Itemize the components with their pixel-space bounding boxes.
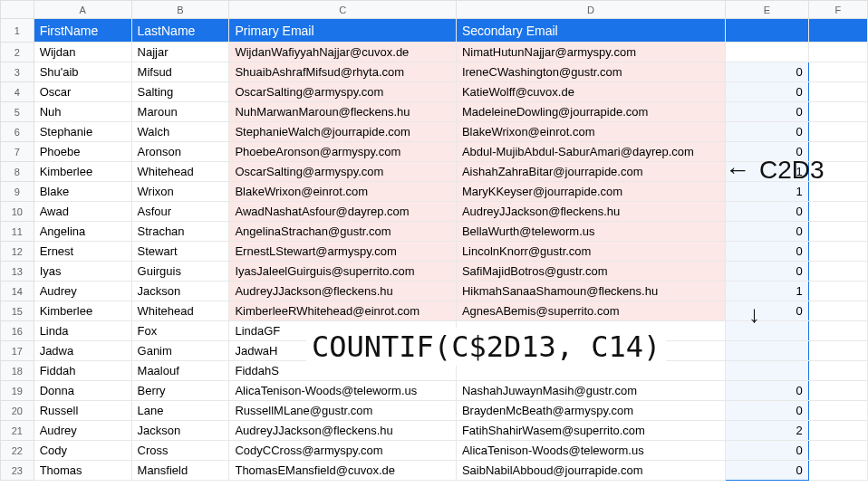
cell-E12[interactable]: 0 (726, 242, 809, 262)
cell-B8[interactable]: Whitehead (131, 162, 229, 182)
cell-E14[interactable]: 1 (726, 282, 809, 301)
cell-C22[interactable]: CodyCCross@armyspy.com (229, 441, 456, 461)
cell-C17[interactable]: JadwaH (229, 341, 456, 361)
cell-B16[interactable]: Fox (131, 321, 229, 341)
cell-B6[interactable]: Walch (131, 122, 229, 142)
cell-E22[interactable]: 0 (726, 441, 809, 461)
cell-D20[interactable]: BraydenMcBeath@armyspy.com (456, 401, 725, 421)
cell-F5[interactable] (808, 102, 867, 122)
cell-E10[interactable]: 0 (726, 202, 809, 222)
cell-C16[interactable]: LindaGF (229, 321, 456, 341)
cell-E6[interactable]: 0 (726, 122, 809, 142)
row-header-19[interactable]: 19 (1, 381, 34, 401)
cell-F16[interactable] (808, 321, 867, 341)
cell-D5[interactable]: MadeleineDowling@jourrapide.com (456, 102, 725, 122)
cell-D11[interactable]: BellaWurth@teleworm.us (456, 222, 725, 242)
col-header-E[interactable]: E (726, 1, 809, 19)
cell-C21[interactable]: AudreyJJackson@fleckens.hu (229, 421, 456, 441)
cell-C15[interactable]: KimberleeRWhitehead@einrot.com (229, 301, 456, 321)
row-header-5[interactable]: 5 (1, 102, 34, 122)
cell-A19[interactable]: Donna (34, 381, 131, 401)
row-header-14[interactable]: 14 (1, 282, 34, 301)
cell-C8[interactable]: OscarSalting@armyspy.com (229, 162, 456, 182)
cell-B15[interactable]: Whitehead (131, 301, 229, 321)
cell-D13[interactable]: SafiMajidBotros@gustr.com (456, 262, 725, 282)
cell-C12[interactable]: ErnestLStewart@armyspy.com (229, 242, 456, 262)
row-header-9[interactable]: 9 (1, 182, 34, 202)
cell-B12[interactable]: Stewart (131, 242, 229, 262)
cell-A15[interactable]: Kimberlee (34, 301, 131, 321)
cell-F21[interactable] (808, 421, 867, 441)
cell-A16[interactable]: Linda (34, 321, 131, 341)
cell-F2[interactable] (808, 43, 867, 62)
cell-E21[interactable]: 2 (726, 421, 809, 441)
cell-F19[interactable] (808, 381, 867, 401)
spreadsheet-grid[interactable]: A B C D E F 1 FirstName LastName Primary… (0, 0, 868, 481)
cell-E23[interactable]: 0 (726, 461, 809, 481)
cell-F12[interactable] (808, 242, 867, 262)
cell-B4[interactable]: Salting (131, 82, 229, 102)
cell-B20[interactable]: Lane (131, 401, 229, 421)
cell-A12[interactable]: Ernest (34, 242, 131, 262)
cell-A17[interactable]: Jadwa (34, 341, 131, 361)
cell-B17[interactable]: Ganim (131, 341, 229, 361)
cell-D14[interactable]: HikmahSanaaShamoun@fleckens.hu (456, 282, 725, 301)
cell-A4[interactable]: Oscar (34, 82, 131, 102)
cell-A6[interactable]: Stephanie (34, 122, 131, 142)
cell-F11[interactable] (808, 222, 867, 242)
cell-E3[interactable]: 0 (726, 62, 809, 82)
cell-F7[interactable] (808, 142, 867, 162)
cell-F4[interactable] (808, 82, 867, 102)
cell-C2[interactable]: WijdanWafiyyahNajjar@cuvox.de (229, 43, 456, 62)
cell-E18[interactable] (726, 361, 809, 381)
cell-D22[interactable]: AlicaTenison-Woods@teleworm.us (456, 441, 725, 461)
row-header-10[interactable]: 10 (1, 202, 34, 222)
cell-C7[interactable]: PhoebeAronson@armyspy.com (229, 142, 456, 162)
cell-A14[interactable]: Audrey (34, 282, 131, 301)
cell-D1[interactable]: Secondary Email (456, 19, 725, 43)
col-header-C[interactable]: C (229, 1, 456, 19)
cell-D18[interactable] (456, 361, 725, 381)
cell-A11[interactable]: Angelina (34, 222, 131, 242)
row-header-8[interactable]: 8 (1, 162, 34, 182)
cell-A7[interactable]: Phoebe (34, 142, 131, 162)
cell-B18[interactable]: Maalouf (131, 361, 229, 381)
cell-B10[interactable]: Asfour (131, 202, 229, 222)
col-header-D[interactable]: D (456, 1, 725, 19)
cell-A21[interactable]: Audrey (34, 421, 131, 441)
row-header-22[interactable]: 22 (1, 441, 34, 461)
cell-D2[interactable]: NimatHutunNajjar@armyspy.com (456, 43, 725, 62)
cell-E9[interactable]: 1 (726, 182, 809, 202)
cell-B14[interactable]: Jackson (131, 282, 229, 301)
cell-B5[interactable]: Maroun (131, 102, 229, 122)
cell-D9[interactable]: MaryKKeyser@jourrapide.com (456, 182, 725, 202)
row-header-12[interactable]: 12 (1, 242, 34, 262)
cell-E17[interactable] (726, 341, 809, 361)
cell-B1[interactable]: LastName (131, 19, 229, 43)
cell-B7[interactable]: Aronson (131, 142, 229, 162)
cell-C1[interactable]: Primary Email (229, 19, 456, 43)
cell-D3[interactable]: IreneCWashington@gustr.com (456, 62, 725, 82)
row-header-2[interactable]: 2 (1, 43, 34, 62)
cell-C13[interactable]: IyasJaleelGuirguis@superrito.com (229, 262, 456, 282)
cell-F18[interactable] (808, 361, 867, 381)
row-header-15[interactable]: 15 (1, 301, 34, 321)
col-header-B[interactable]: B (131, 1, 229, 19)
cell-F6[interactable] (808, 122, 867, 142)
cell-D4[interactable]: KatieWolff@cuvox.de (456, 82, 725, 102)
cell-F15[interactable] (808, 301, 867, 321)
cell-C14[interactable]: AudreyJJackson@fleckens.hu (229, 282, 456, 301)
cell-C20[interactable]: RussellMLane@gustr.com (229, 401, 456, 421)
cell-E5[interactable]: 0 (726, 102, 809, 122)
cell-A3[interactable]: Shu'aib (34, 62, 131, 82)
cell-E13[interactable]: 0 (726, 262, 809, 282)
cell-F9[interactable] (808, 182, 867, 202)
cell-C9[interactable]: BlakeWrixon@einrot.com (229, 182, 456, 202)
cell-F22[interactable] (808, 441, 867, 461)
row-header-1[interactable]: 1 (1, 19, 34, 43)
cell-D23[interactable]: SaibNabilAbboud@jourrapide.com (456, 461, 725, 481)
cell-F10[interactable] (808, 202, 867, 222)
row-header-6[interactable]: 6 (1, 122, 34, 142)
cell-A5[interactable]: Nuh (34, 102, 131, 122)
cell-A18[interactable]: Fiddah (34, 361, 131, 381)
